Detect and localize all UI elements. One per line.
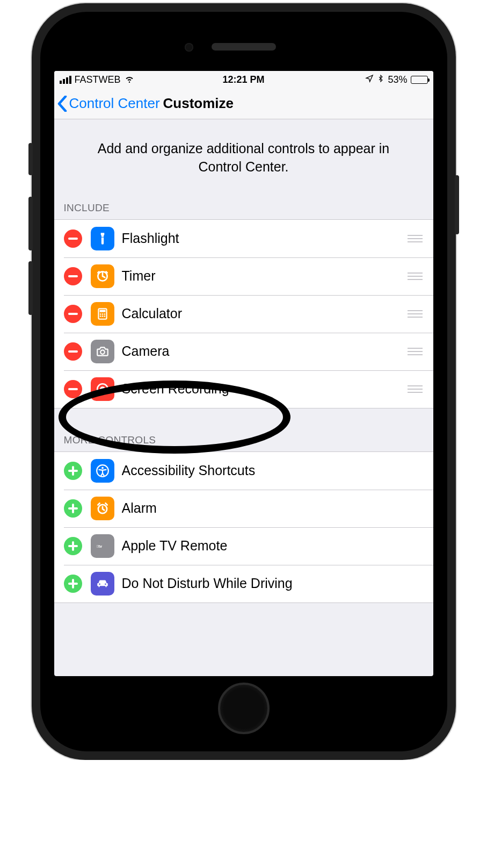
section-header-more: More Controls [54, 430, 433, 451]
svg-rect-28 [68, 583, 78, 585]
reorder-handle[interactable] [406, 348, 424, 355]
item-label: Accessibility Shortcuts [122, 463, 424, 478]
svg-rect-18 [68, 470, 78, 472]
home-button[interactable] [218, 683, 270, 734]
item-label: Apple TV Remote [122, 538, 424, 554]
svg-point-7 [101, 313, 103, 315]
svg-point-10 [101, 315, 103, 317]
svg-text:tv: tv [97, 543, 102, 548]
list-item: Flashlight [54, 220, 433, 257]
svg-point-13 [100, 350, 105, 354]
remove-button[interactable] [64, 229, 82, 248]
list-item: Calculator [54, 295, 433, 333]
remove-button[interactable] [64, 267, 82, 285]
record-icon [91, 377, 114, 401]
item-label: Calculator [122, 306, 401, 321]
volume-up-button [28, 197, 33, 250]
item-label: Timer [122, 268, 401, 284]
volume-down-button [28, 261, 33, 315]
power-button [455, 175, 459, 234]
svg-rect-5 [99, 310, 105, 312]
svg-rect-25 [68, 545, 78, 547]
battery-percent: 53% [388, 74, 407, 85]
front-camera [185, 43, 193, 52]
reorder-handle[interactable] [406, 272, 424, 280]
back-button[interactable]: Control Center [57, 95, 160, 112]
timer-icon [91, 264, 114, 288]
page-description: Add and organize additional controls to … [54, 119, 433, 198]
svg-point-20 [101, 467, 104, 469]
battery-icon [411, 76, 428, 84]
item-label: Alarm [122, 500, 424, 516]
svg-point-16 [100, 386, 105, 392]
item-label: Do Not Disturb While Driving [122, 576, 424, 591]
reorder-handle[interactable] [406, 235, 424, 242]
svg-point-8 [104, 313, 105, 315]
status-bar: FASTWEB 12:21 PM 53% [54, 71, 433, 88]
svg-rect-14 [68, 388, 78, 390]
list-item: Screen Recording [54, 370, 433, 408]
list-item: Accessibility Shortcuts [54, 452, 433, 490]
section-header-include: Include [54, 198, 433, 219]
remove-button[interactable] [64, 342, 82, 361]
page-title: Customize [163, 95, 234, 112]
reorder-handle[interactable] [406, 310, 424, 318]
svg-rect-22 [68, 507, 78, 510]
phone-frame: FASTWEB 12:21 PM 53% [32, 3, 456, 760]
include-list: FlashlightTimerCalculatorCameraScreen Re… [54, 219, 433, 408]
more-controls-list: Accessibility ShortcutsAlarmtvApple TV … [54, 451, 433, 603]
add-button[interactable] [64, 499, 82, 518]
svg-point-11 [104, 315, 105, 317]
bluetooth-icon [377, 74, 384, 86]
svg-rect-12 [68, 350, 78, 353]
appletv-icon: tv [91, 534, 114, 558]
svg-rect-1 [68, 275, 78, 277]
list-item: Do Not Disturb While Driving [54, 565, 433, 602]
remove-button[interactable] [64, 380, 82, 398]
add-button[interactable] [64, 575, 82, 593]
svg-point-9 [99, 315, 101, 317]
list-item: Timer [54, 257, 433, 295]
screen: FASTWEB 12:21 PM 53% [54, 71, 433, 676]
calculator-icon [91, 302, 114, 326]
svg-rect-0 [68, 238, 78, 240]
nav-bar: Control Center Customize [54, 88, 433, 119]
add-button[interactable] [64, 537, 82, 555]
car-icon [91, 572, 114, 596]
item-label: Camera [122, 343, 401, 359]
accessibility-icon [91, 459, 114, 483]
camera-icon [91, 340, 114, 363]
item-label: Screen Recording [122, 381, 401, 397]
flashlight-icon [91, 227, 114, 250]
earpiece [212, 43, 276, 51]
list-item: Camera [54, 333, 433, 370]
chevron-left-icon [57, 96, 67, 112]
add-button[interactable] [64, 462, 82, 480]
list-item: tvApple TV Remote [54, 527, 433, 565]
location-icon [365, 74, 374, 85]
alarm-icon [91, 497, 114, 520]
remove-button[interactable] [64, 305, 82, 323]
mute-switch [28, 143, 33, 175]
item-label: Flashlight [122, 231, 401, 246]
back-label: Control Center [69, 95, 160, 112]
svg-rect-3 [68, 313, 78, 315]
svg-point-6 [99, 313, 101, 315]
reorder-handle[interactable] [406, 385, 424, 393]
list-item: Alarm [54, 490, 433, 527]
